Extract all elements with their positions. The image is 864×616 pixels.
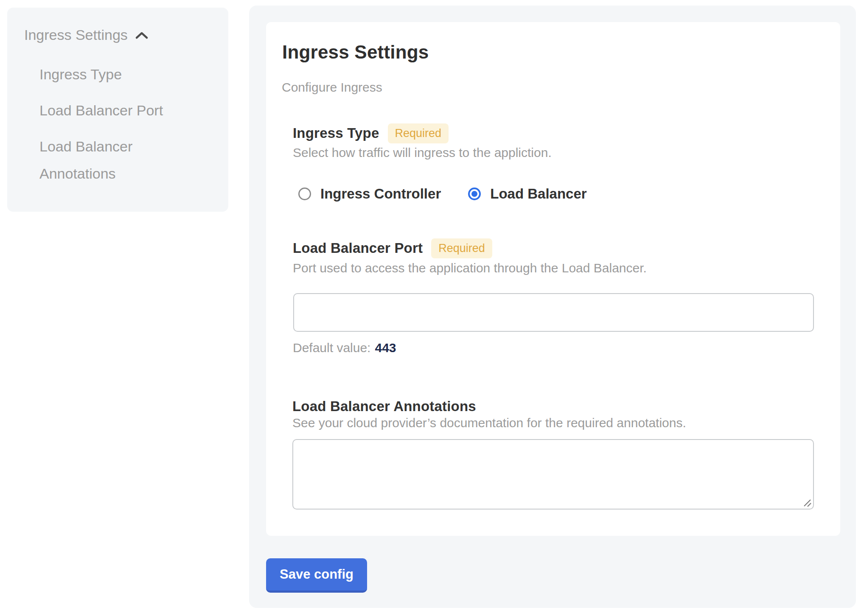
field-label-load-balancer-annotations: Load Balancer Annotations [292,398,476,414]
field-ingress-type-label-row: Ingress Type Required [293,123,449,143]
required-badge: Required [431,238,492,258]
page-title: Ingress Settings [282,42,429,63]
ingress-type-radio-group: Ingress Controller Load Balancer [298,186,587,202]
save-config-button[interactable]: Save config [266,558,367,593]
field-help-ingress-type: Select how traffic will ingress to the a… [293,145,552,160]
nav-item-ingress-type[interactable]: Ingress Type [39,61,122,88]
load-balancer-annotations-field [292,439,814,510]
field-label-load-balancer-port: Load Balancer Port [293,240,423,256]
field-label-ingress-type: Ingress Type [293,125,379,141]
required-badge: Required [388,123,449,143]
radio-checked-icon[interactable] [468,188,481,200]
config-panel: Ingress Settings Configure Ingress Ingre… [249,6,856,608]
page-subtitle: Configure Ingress [282,80,382,95]
radio-option-load-balancer[interactable]: Load Balancer [468,186,586,202]
load-balancer-port-input[interactable] [293,293,814,332]
config-nav-sidebar: Ingress Settings Ingress Type Load Balan… [7,8,228,212]
field-help-load-balancer-port: Port used to access the application thro… [293,260,647,276]
load-balancer-annotations-textarea[interactable] [292,439,814,510]
default-value: 443 [375,341,396,355]
radio-label-load-balancer: Load Balancer [490,186,586,202]
nav-item-load-balancer-annotations[interactable]: Load Balancer Annotations [39,133,175,187]
field-load-balancer-annotations-label-row: Load Balancer Annotations [292,396,476,417]
nav-group-label: Ingress Settings [24,26,128,43]
textarea-resize-handle-icon[interactable] [802,498,812,507]
chevron-up-icon[interactable] [135,31,149,40]
default-value-label: Default value: [293,341,370,355]
field-load-balancer-port-label-row: Load Balancer Port Required [293,238,492,258]
default-value-row: Default value:443 [293,340,396,356]
radio-label-ingress-controller: Ingress Controller [320,186,441,202]
nav-item-load-balancer-port[interactable]: Load Balancer Port [39,97,163,124]
radio-option-ingress-controller[interactable]: Ingress Controller [298,186,441,202]
config-card: Ingress Settings Configure Ingress Ingre… [266,22,840,536]
radio-unchecked-icon[interactable] [298,188,311,200]
nav-group-ingress-settings[interactable]: Ingress Settings [24,26,149,43]
field-help-load-balancer-annotations: See your cloud provider’s documentation … [292,415,686,431]
